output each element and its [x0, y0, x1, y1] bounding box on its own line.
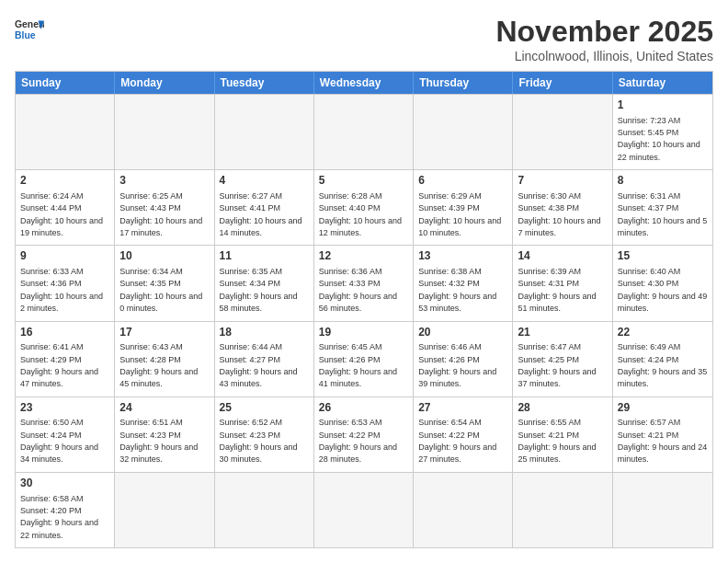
sun-info: Sunrise: 6:34 AM Sunset: 4:35 PM Dayligh… [119, 267, 202, 313]
sun-info: Sunrise: 6:46 AM Sunset: 4:26 PM Dayligh… [418, 342, 496, 388]
day-number: 7 [518, 173, 607, 189]
sun-info: Sunrise: 6:55 AM Sunset: 4:21 PM Dayligh… [518, 418, 596, 464]
calendar-cell: 25Sunrise: 6:52 AM Sunset: 4:23 PM Dayli… [215, 397, 314, 472]
day-number: 16 [20, 325, 109, 340]
logo: General Blue [15, 15, 44, 44]
calendar-cell: 6Sunrise: 6:29 AM Sunset: 4:39 PM Daylig… [414, 170, 513, 245]
day-number: 11 [220, 248, 309, 264]
sun-info: Sunrise: 6:43 AM Sunset: 4:28 PM Dayligh… [119, 342, 198, 388]
sun-info: Sunrise: 6:33 AM Sunset: 4:36 PM Dayligh… [20, 267, 103, 313]
calendar: SundayMondayTuesdayWednesdayThursdayFrid… [15, 71, 713, 548]
calendar-row-5: 30Sunrise: 6:58 AM Sunset: 4:20 PM Dayli… [16, 472, 712, 547]
sun-info: Sunrise: 6:24 AM Sunset: 4:44 PM Dayligh… [20, 191, 103, 237]
calendar-cell: 1Sunrise: 7:23 AM Sunset: 5:45 PM Daylig… [613, 95, 712, 169]
header-day-thursday: Thursday [414, 72, 513, 94]
calendar-cell: 17Sunrise: 6:43 AM Sunset: 4:28 PM Dayli… [115, 322, 214, 396]
sun-info: Sunrise: 6:57 AM Sunset: 4:21 PM Dayligh… [618, 418, 708, 464]
calendar-cell [414, 473, 513, 547]
day-number: 19 [319, 325, 408, 340]
day-number: 5 [319, 173, 408, 189]
calendar-row-0: 1Sunrise: 7:23 AM Sunset: 5:45 PM Daylig… [16, 94, 712, 169]
calendar-cell: 3Sunrise: 6:25 AM Sunset: 4:43 PM Daylig… [115, 170, 214, 245]
location-title: Lincolnwood, Illinois, United States [495, 49, 713, 63]
sun-info: Sunrise: 6:45 AM Sunset: 4:26 PM Dayligh… [319, 342, 397, 388]
calendar-cell: 28Sunrise: 6:55 AM Sunset: 4:21 PM Dayli… [513, 397, 612, 472]
calendar-header: SundayMondayTuesdayWednesdayThursdayFrid… [16, 72, 712, 94]
sun-info: Sunrise: 6:30 AM Sunset: 4:38 PM Dayligh… [518, 191, 600, 237]
calendar-cell: 20Sunrise: 6:46 AM Sunset: 4:26 PM Dayli… [414, 322, 513, 396]
header: General Blue November 2025 Lincolnwood, … [15, 15, 713, 63]
day-number: 9 [20, 248, 109, 264]
day-number: 29 [618, 400, 708, 416]
calendar-cell: 11Sunrise: 6:35 AM Sunset: 4:34 PM Dayli… [215, 246, 314, 320]
header-day-friday: Friday [513, 72, 612, 94]
day-number: 26 [319, 400, 408, 416]
day-number: 28 [518, 400, 607, 416]
calendar-cell [513, 473, 612, 547]
sun-info: Sunrise: 6:50 AM Sunset: 4:24 PM Dayligh… [20, 418, 98, 464]
calendar-cell: 19Sunrise: 6:45 AM Sunset: 4:26 PM Dayli… [314, 322, 414, 396]
day-number: 4 [220, 173, 309, 189]
sun-info: Sunrise: 7:23 AM Sunset: 5:45 PM Dayligh… [618, 116, 700, 162]
calendar-cell: 9Sunrise: 6:33 AM Sunset: 4:36 PM Daylig… [16, 246, 115, 320]
logo-icon: General Blue [15, 15, 44, 44]
calendar-cell: 21Sunrise: 6:47 AM Sunset: 4:25 PM Dayli… [513, 322, 612, 396]
calendar-cell [314, 473, 414, 547]
header-day-sunday: Sunday [16, 72, 115, 94]
day-number: 18 [220, 325, 309, 340]
day-number: 6 [418, 173, 507, 189]
svg-text:Blue: Blue [15, 30, 36, 40]
sun-info: Sunrise: 6:52 AM Sunset: 4:23 PM Dayligh… [220, 418, 298, 464]
day-number: 30 [20, 476, 109, 491]
sun-info: Sunrise: 6:25 AM Sunset: 4:43 PM Dayligh… [119, 191, 202, 237]
calendar-body: 1Sunrise: 7:23 AM Sunset: 5:45 PM Daylig… [16, 94, 712, 547]
sun-info: Sunrise: 6:53 AM Sunset: 4:22 PM Dayligh… [319, 418, 397, 464]
calendar-cell [16, 95, 115, 169]
day-number: 22 [618, 325, 708, 340]
calendar-cell: 26Sunrise: 6:53 AM Sunset: 4:22 PM Dayli… [314, 397, 414, 472]
calendar-cell: 27Sunrise: 6:54 AM Sunset: 4:22 PM Dayli… [414, 397, 513, 472]
header-day-wednesday: Wednesday [314, 72, 414, 94]
day-number: 25 [220, 400, 309, 416]
sun-info: Sunrise: 6:31 AM Sunset: 4:37 PM Dayligh… [618, 191, 708, 237]
day-number: 13 [418, 248, 507, 264]
sun-info: Sunrise: 6:47 AM Sunset: 4:25 PM Dayligh… [518, 342, 596, 388]
title-block: November 2025 Lincolnwood, Illinois, Uni… [495, 15, 713, 63]
day-number: 24 [119, 400, 209, 416]
calendar-cell: 2Sunrise: 6:24 AM Sunset: 4:44 PM Daylig… [16, 170, 115, 245]
sun-info: Sunrise: 6:41 AM Sunset: 4:29 PM Dayligh… [20, 342, 98, 388]
day-number: 1 [618, 98, 708, 113]
sun-info: Sunrise: 6:39 AM Sunset: 4:31 PM Dayligh… [518, 267, 596, 313]
day-number: 10 [119, 248, 209, 264]
sun-info: Sunrise: 6:29 AM Sunset: 4:39 PM Dayligh… [418, 191, 501, 237]
calendar-cell: 4Sunrise: 6:27 AM Sunset: 4:41 PM Daylig… [215, 170, 314, 245]
calendar-cell: 16Sunrise: 6:41 AM Sunset: 4:29 PM Dayli… [16, 322, 115, 396]
day-number: 23 [20, 400, 109, 416]
calendar-cell: 24Sunrise: 6:51 AM Sunset: 4:23 PM Dayli… [115, 397, 214, 472]
calendar-cell: 10Sunrise: 6:34 AM Sunset: 4:35 PM Dayli… [115, 246, 214, 320]
month-title: November 2025 [495, 15, 713, 49]
header-day-monday: Monday [115, 72, 214, 94]
calendar-cell: 8Sunrise: 6:31 AM Sunset: 4:37 PM Daylig… [613, 170, 712, 245]
calendar-cell: 23Sunrise: 6:50 AM Sunset: 4:24 PM Dayli… [16, 397, 115, 472]
day-number: 27 [418, 400, 507, 416]
calendar-row-3: 16Sunrise: 6:41 AM Sunset: 4:29 PM Dayli… [16, 321, 712, 396]
calendar-cell: 7Sunrise: 6:30 AM Sunset: 4:38 PM Daylig… [513, 170, 612, 245]
sun-info: Sunrise: 6:51 AM Sunset: 4:23 PM Dayligh… [119, 418, 198, 464]
sun-info: Sunrise: 6:36 AM Sunset: 4:33 PM Dayligh… [319, 267, 397, 313]
calendar-cell: 29Sunrise: 6:57 AM Sunset: 4:21 PM Dayli… [613, 397, 712, 472]
calendar-cell: 22Sunrise: 6:49 AM Sunset: 4:24 PM Dayli… [613, 322, 712, 396]
calendar-cell: 14Sunrise: 6:39 AM Sunset: 4:31 PM Dayli… [513, 246, 612, 320]
sun-info: Sunrise: 6:49 AM Sunset: 4:24 PM Dayligh… [618, 342, 708, 388]
day-number: 17 [119, 325, 209, 340]
calendar-cell [215, 95, 314, 169]
calendar-row-2: 9Sunrise: 6:33 AM Sunset: 4:36 PM Daylig… [16, 245, 712, 320]
day-number: 2 [20, 173, 109, 189]
calendar-cell [115, 473, 214, 547]
calendar-cell [115, 95, 214, 169]
page: General Blue November 2025 Lincolnwood, … [0, 0, 728, 563]
sun-info: Sunrise: 6:35 AM Sunset: 4:34 PM Dayligh… [220, 267, 298, 313]
day-number: 21 [518, 325, 607, 340]
day-number: 3 [119, 173, 209, 189]
day-number: 20 [418, 325, 507, 340]
